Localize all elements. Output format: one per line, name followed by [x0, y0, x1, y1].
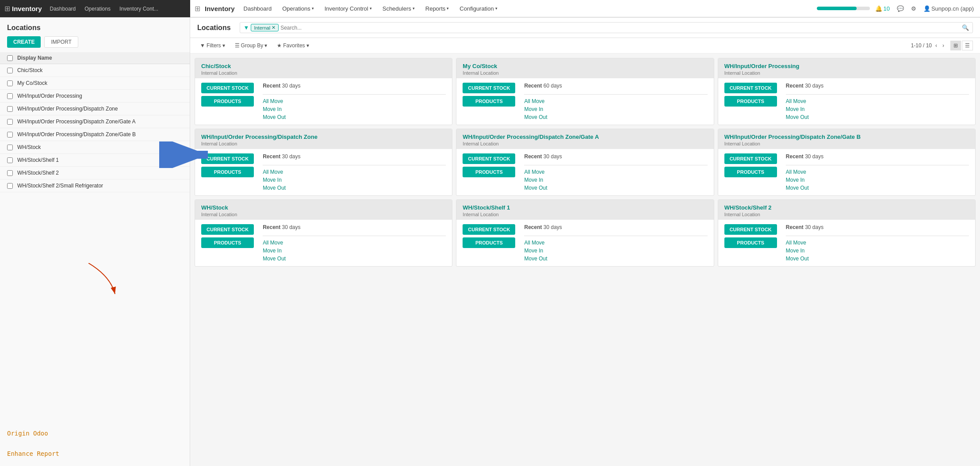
right-nav-reports[interactable]: Reports ▾	[421, 0, 454, 17]
products-button[interactable]: PRODUCTS	[724, 237, 777, 248]
products-button[interactable]: PRODUCTS	[201, 237, 254, 248]
row-checkbox[interactable]	[7, 145, 13, 150]
settings-icon[interactable]: ⚙	[909, 4, 918, 13]
kanban-card-subtitle: Internal Location	[463, 141, 707, 146]
left-nav-inventory-control[interactable]: Inventory Cont...	[116, 0, 162, 18]
filters-button[interactable]: ▼ Filters ▾	[197, 42, 228, 50]
kanban-link[interactable]: Move In	[524, 248, 707, 254]
sidebar-row[interactable]: WH/Stock/Shelf 2/Small Refrigerator	[0, 180, 190, 192]
products-button[interactable]: PRODUCTS	[724, 167, 777, 177]
badge-icon[interactable]: 🔔 10	[873, 4, 891, 13]
row-checkbox[interactable]	[7, 157, 13, 163]
search-icon[interactable]: 🔍	[962, 24, 969, 31]
kanban-link[interactable]: All Move	[786, 169, 969, 175]
current-stock-button[interactable]: CURRENT STOCK	[724, 153, 777, 164]
create-button[interactable]: CREATE	[7, 36, 41, 48]
products-button[interactable]: PRODUCTS	[201, 96, 254, 107]
sidebar-row[interactable]: My Co/Stock	[0, 77, 190, 90]
select-all-checkbox[interactable]	[7, 55, 13, 61]
right-grid-icon[interactable]: ⊞	[195, 4, 200, 13]
kanban-link[interactable]: Move In	[524, 177, 707, 183]
user-menu[interactable]: 👤 Sunpop.cn (app)	[922, 4, 976, 13]
kanban-link[interactable]: Move In	[786, 106, 969, 112]
kanban-link[interactable]: Move Out	[263, 185, 446, 191]
right-nav-operations[interactable]: Operations ▾	[278, 0, 318, 17]
current-stock-button[interactable]: CURRENT STOCK	[201, 83, 254, 93]
kanban-link[interactable]: All Move	[786, 98, 969, 104]
row-checkbox[interactable]	[7, 68, 13, 73]
kanban-link[interactable]: Move In	[786, 248, 969, 254]
kanban-card-title[interactable]: WH/Stock	[201, 204, 446, 211]
right-nav-dashboard[interactable]: Dashboard	[239, 0, 276, 17]
kanban-card-title[interactable]: WH/Stock/Shelf 2	[724, 204, 969, 211]
row-checkbox[interactable]	[7, 106, 13, 112]
left-nav-operations[interactable]: Operations	[81, 0, 114, 18]
row-checkbox[interactable]	[7, 93, 13, 99]
row-checkbox[interactable]	[7, 132, 13, 138]
kanban-buttons: CURRENT STOCK PRODUCTS	[201, 83, 254, 120]
kanban-link[interactable]: Move Out	[524, 185, 707, 191]
kanban-link[interactable]: All Move	[263, 98, 446, 104]
kanban-link[interactable]: All Move	[263, 240, 446, 246]
kanban-link[interactable]: Move Out	[786, 256, 969, 262]
current-stock-button[interactable]: CURRENT STOCK	[463, 153, 515, 164]
products-button[interactable]: PRODUCTS	[463, 96, 515, 107]
sidebar-row[interactable]: WH/Input/Order Processing/Dispatch Zone/…	[0, 115, 190, 128]
favorites-button[interactable]: ★ Favorites ▾	[274, 42, 311, 50]
kanban-card-title[interactable]: WH/Input/Order Processing/Dispatch Zone	[201, 134, 446, 140]
filter-close[interactable]: ✕	[272, 25, 276, 31]
kanban-link[interactable]: All Move	[524, 240, 707, 246]
sidebar-row[interactable]: WH/Input/Order Processing	[0, 90, 190, 103]
right-nav-configuration[interactable]: Configuration ▾	[455, 0, 501, 17]
sidebar-row[interactable]: WH/Input/Order Processing/Dispatch Zone	[0, 103, 190, 115]
products-button[interactable]: PRODUCTS	[724, 96, 777, 107]
row-checkbox[interactable]	[7, 170, 13, 176]
kanban-link[interactable]: All Move	[524, 169, 707, 175]
row-checkbox[interactable]	[7, 80, 13, 86]
kanban-card-title[interactable]: My Co/Stock	[463, 63, 707, 69]
list-view-button[interactable]: ☰	[962, 41, 973, 50]
kanban-card-title[interactable]: WH/Stock/Shelf 1	[463, 204, 707, 211]
kanban-link[interactable]: Move In	[263, 177, 446, 183]
kanban-link[interactable]: Move In	[524, 106, 707, 112]
prev-page[interactable]: ‹	[934, 42, 939, 50]
next-page[interactable]: ›	[941, 42, 946, 50]
kanban-card-title[interactable]: WH/Input/Order Processing	[724, 63, 969, 69]
right-nav-schedulers[interactable]: Schedulers ▾	[378, 0, 419, 17]
kanban-link[interactable]: All Move	[524, 98, 707, 104]
kanban-view-button[interactable]: ⊞	[950, 41, 961, 50]
kanban-divider	[524, 94, 707, 95]
current-stock-button[interactable]: CURRENT STOCK	[463, 224, 515, 235]
current-stock-button[interactable]: CURRENT STOCK	[724, 224, 777, 235]
group-by-button[interactable]: ☰ Group By ▾	[232, 42, 270, 50]
kanban-card-title[interactable]: WH/Input/Order Processing/Dispatch Zone/…	[463, 134, 707, 140]
products-button[interactable]: PRODUCTS	[463, 237, 515, 248]
kanban-link[interactable]: Move Out	[786, 114, 969, 120]
kanban-link[interactable]: Move In	[263, 248, 446, 254]
current-stock-button[interactable]: CURRENT STOCK	[201, 224, 254, 235]
right-nav-inventory-control[interactable]: Inventory Control ▾	[320, 0, 376, 17]
kanban-link[interactable]: Move Out	[263, 114, 446, 120]
kanban-card-title[interactable]: WH/Input/Order Processing/Dispatch Zone/…	[724, 134, 969, 140]
kanban-link[interactable]: All Move	[786, 240, 969, 246]
current-stock-button[interactable]: CURRENT STOCK	[463, 83, 515, 93]
kanban-link[interactable]: Move In	[786, 177, 969, 183]
kanban-link[interactable]: Move Out	[524, 114, 707, 120]
kanban-link[interactable]: Move Out	[524, 256, 707, 262]
import-button[interactable]: IMPORT	[44, 36, 78, 48]
products-button[interactable]: PRODUCTS	[463, 167, 515, 177]
kanban-link[interactable]: Move In	[263, 106, 446, 112]
kanban-link[interactable]: All Move	[263, 169, 446, 175]
left-grid-icon[interactable]: ⊞	[4, 4, 10, 13]
search-input[interactable]	[279, 24, 962, 31]
kanban-link[interactable]: Move Out	[263, 256, 446, 262]
current-stock-button[interactable]: CURRENT STOCK	[724, 83, 777, 93]
chat-icon[interactable]: 💬	[895, 4, 906, 13]
row-checkbox[interactable]	[7, 119, 13, 125]
kanban-card-title[interactable]: Chic/Stock	[201, 63, 446, 69]
sidebar-row[interactable]: WH/Input/Order Processing/Dispatch Zone/…	[0, 128, 190, 141]
sidebar-row[interactable]: Chic/Stock	[0, 64, 190, 77]
row-checkbox[interactable]	[7, 183, 13, 189]
kanban-link[interactable]: Move Out	[786, 185, 969, 191]
left-nav-dashboard[interactable]: Dashboard	[46, 0, 80, 18]
